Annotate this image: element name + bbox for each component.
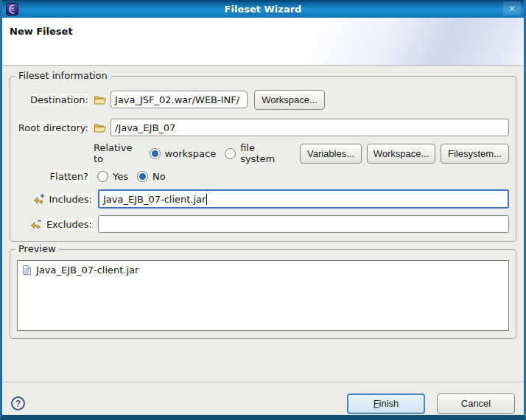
flatten-no-label[interactable]: No: [152, 171, 166, 182]
cancel-button[interactable]: Cancel: [437, 393, 515, 414]
list-item[interactable]: Java_EJB_07-client.jar: [18, 261, 508, 279]
dialog-body: Fileset information Destination: Java_JS…: [2, 76, 524, 382]
fileset-wizard-dialog: Fileset Wizard ✕ New Fileset Fileset inf…: [0, 0, 526, 420]
filesystem-button[interactable]: Filesystem...: [441, 144, 509, 164]
relative-workspace-label[interactable]: workspace: [165, 148, 217, 159]
excludes-input[interactable]: [98, 215, 509, 233]
finish-button[interactable]: Finish: [347, 393, 425, 414]
root-directory-input[interactable]: /Java_EJB_07: [111, 119, 509, 136]
flatten-yes-radio[interactable]: [97, 171, 108, 182]
includes-input[interactable]: Java_EJB_07-client.jar: [98, 189, 509, 209]
flatten-no-radio[interactable]: [137, 171, 148, 182]
titlebar[interactable]: Fileset Wizard ✕: [2, 0, 524, 18]
flatten-label: Flatten?: [49, 170, 90, 183]
spacer: [10, 339, 516, 382]
help-icon: ?: [15, 399, 21, 409]
excludes-label: Excludes:: [45, 218, 94, 231]
folder-open-icon: [94, 94, 107, 105]
excludes-row: Excludes:: [19, 214, 509, 234]
file-document-icon: [22, 265, 32, 276]
wizard-banner: New Fileset: [2, 18, 524, 66]
button-bar: ? Finish Cancel: [2, 382, 524, 420]
flatten-yes-label[interactable]: Yes: [113, 171, 128, 182]
includes-row: Includes: Java_EJB_07-client.jar: [19, 189, 509, 209]
includes-label: Includes:: [48, 193, 94, 206]
relative-filesystem-radio[interactable]: [225, 148, 236, 159]
pattern-exclude-icon: [30, 218, 42, 230]
window-title: Fileset Wizard: [2, 4, 524, 15]
root-directory-label: Root directory:: [17, 122, 90, 134]
fileset-information-group: Fileset information Destination: Java_JS…: [10, 76, 516, 242]
root-directory-row: Root directory: /Java_EJB_07: [19, 118, 509, 137]
destination-row: Destination: Java_JSF_02.war/WEB-INF/ Wo…: [19, 87, 509, 112]
preview-group: Preview Java_EJB_07-client.jar: [10, 249, 516, 339]
pattern-include-icon: [33, 193, 45, 205]
close-icon: ✕: [508, 4, 516, 14]
preview-list[interactable]: Java_EJB_07-client.jar: [17, 260, 509, 331]
preview-item-name: Java_EJB_07-client.jar: [36, 265, 138, 276]
flatten-row: Flatten? Yes No: [19, 168, 509, 184]
page-title: New Fileset: [10, 26, 73, 37]
relative-filesystem-label[interactable]: file system: [240, 142, 291, 164]
variables-button[interactable]: Variables...: [300, 144, 362, 164]
preview-group-label: Preview: [15, 243, 59, 254]
workspace-button[interactable]: Workspace...: [367, 144, 435, 164]
eclipse-logo-icon: [6, 3, 18, 15]
destination-workspace-button[interactable]: Workspace...: [254, 90, 325, 110]
help-button[interactable]: ?: [11, 396, 25, 410]
destination-label: Destination:: [29, 94, 90, 106]
relative-to-label: Relative to: [94, 142, 144, 164]
close-button[interactable]: ✕: [503, 1, 521, 15]
text-caret: [206, 194, 207, 205]
folder-open-icon: [94, 122, 107, 133]
destination-input[interactable]: Java_JSF_02.war/WEB-INF/: [111, 91, 248, 108]
fileset-information-group-label: Fileset information: [15, 70, 111, 81]
relative-to-row: Relative to workspace file system Variab…: [19, 142, 509, 164]
relative-workspace-radio[interactable]: [150, 148, 161, 159]
